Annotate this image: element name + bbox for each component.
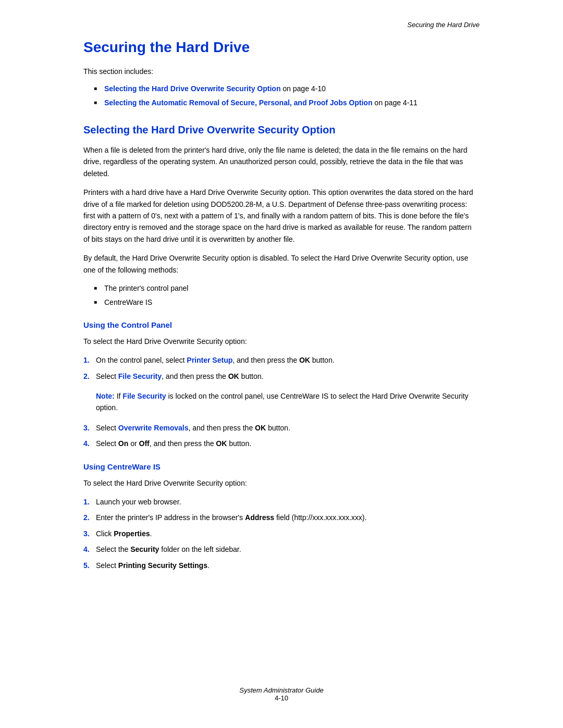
section1-para2: Printers with a hard drive have a Hard D…	[83, 187, 480, 245]
list-item: 5. Select Printing Security Settings.	[83, 560, 480, 571]
step-num-1: 1.	[83, 354, 90, 366]
cw-step4-after: folder on the left sidebar.	[159, 545, 241, 553]
cw-step2-before: Enter the printer's IP address in the br…	[96, 513, 245, 522]
link-overwrite-removals[interactable]: Overwrite Removals	[118, 424, 189, 432]
step4-text-before: Select	[96, 439, 118, 448]
section1-para1: When a file is deleted from the printer'…	[83, 144, 480, 179]
cw-step-num-1: 1.	[83, 496, 90, 508]
page-title: Securing the Hard Drive	[83, 39, 480, 56]
cw-step-num-5: 5.	[83, 560, 90, 571]
list-item: 4. Select the Security folder on the lef…	[83, 544, 480, 555]
intro-links-list: Selecting the Hard Drive Overwrite Secur…	[94, 83, 480, 108]
step-num-3: 3.	[83, 422, 90, 434]
step3-text-before: Select	[96, 424, 118, 432]
link-overwrite-security[interactable]: Selecting the Hard Drive Overwrite Secur…	[104, 84, 280, 93]
step1-text-after: , and then press the	[232, 356, 299, 364]
cw-step-num-4: 4.	[83, 544, 90, 555]
step4-bold-ok: OK	[216, 439, 227, 448]
cw-step3-before: Click	[96, 529, 114, 538]
list-item: 3. Select Overwrite Removals, and then p…	[83, 422, 480, 434]
step2-text-end: button.	[239, 372, 264, 380]
step4-bold1: On	[118, 439, 128, 448]
subsection2-intro: To select the Hard Drive Overwrite Secur…	[83, 477, 480, 489]
cw-step5-before: Select	[96, 561, 118, 570]
link-suffix-1: on page 4-10	[280, 84, 325, 93]
list-item: CentreWare IS	[94, 297, 480, 308]
step2-text-after: , and then press the	[162, 372, 228, 380]
footer-page: 4-10	[0, 694, 563, 702]
step3-bold: OK	[255, 424, 266, 432]
header-title: Securing the Hard Drive	[407, 21, 480, 29]
step4-text-mid: or	[128, 439, 139, 448]
step-num-2: 2.	[83, 371, 90, 382]
list-item: 2. Select File Security, and then press …	[83, 371, 480, 382]
link-printer-setup[interactable]: Printer Setup	[187, 356, 232, 364]
cw-step4-bold: Security	[130, 545, 159, 553]
step3-text-end: button.	[266, 424, 290, 432]
link-file-security-2[interactable]: File Security	[123, 392, 166, 400]
header-area: Securing the Hard Drive	[83, 21, 480, 29]
note-block: Note: If File Security is locked on the …	[96, 390, 480, 414]
methods-list: The printer's control panel CentreWare I…	[94, 283, 480, 308]
cw-step5-after: .	[207, 561, 210, 570]
step3-text-after: , and then press the	[188, 424, 255, 432]
cw-step2-after: field (http://xxx.xxx.xxx.xxx).	[274, 513, 366, 522]
cw-step5-bold: Printing Security Settings	[118, 561, 207, 570]
step4-text-end: button.	[227, 439, 251, 448]
cw-step3-bold: Properties	[114, 529, 150, 538]
list-item: Selecting the Hard Drive Overwrite Secur…	[94, 83, 480, 94]
list-item: 3. Click Properties.	[83, 528, 480, 539]
step4-bold2: Off	[139, 439, 150, 448]
control-panel-steps: 1. On the control panel, select Printer …	[83, 354, 480, 382]
section1-heading: Selecting the Hard Drive Overwrite Secur…	[83, 124, 480, 136]
link-automatic-removal[interactable]: Selecting the Automatic Removal of Secur…	[104, 98, 372, 107]
method-2: CentreWare IS	[104, 298, 152, 306]
cw-step-num-2: 2.	[83, 512, 90, 523]
footer-label: System Administrator Guide	[0, 686, 563, 694]
list-item: 4. Select On or Off, and then press the …	[83, 438, 480, 449]
step1-text-end: button.	[310, 356, 335, 364]
step1-bold: OK	[299, 356, 310, 364]
list-item: Selecting the Automatic Removal of Secur…	[94, 97, 480, 108]
list-item: 1. On the control panel, select Printer …	[83, 354, 480, 366]
step1-text-before: On the control panel, select	[96, 356, 187, 364]
cw-step3-after: .	[150, 529, 152, 538]
list-item: The printer's control panel	[94, 283, 480, 294]
section-intro: This section includes:	[83, 66, 480, 77]
cw-step4-before: Select the	[96, 545, 130, 553]
step2-text-before: Select	[96, 372, 118, 380]
note-text-before: If	[115, 392, 123, 400]
subsection2-heading: Using CentreWare IS	[83, 462, 480, 471]
page-container: Securing the Hard Drive Securing the Har…	[0, 0, 563, 728]
link-suffix-2: on page 4-11	[372, 98, 417, 107]
cw-step-num-3: 3.	[83, 528, 90, 539]
method-1: The printer's control panel	[104, 284, 188, 292]
list-item: 1. Launch your web browser.	[83, 496, 480, 508]
step-num-4: 4.	[83, 438, 90, 449]
control-panel-steps-2: 3. Select Overwrite Removals, and then p…	[83, 422, 480, 450]
footer-area: System Administrator Guide 4-10	[0, 686, 563, 702]
subsection1-intro: To select the Hard Drive Overwrite Secur…	[83, 336, 480, 347]
step4-text-after: , and then press the	[150, 439, 216, 448]
list-item: 2. Enter the printer's IP address in the…	[83, 512, 480, 523]
centreware-steps: 1. Launch your web browser. 2. Enter the…	[83, 496, 480, 571]
cw-step2-bold: Address	[245, 513, 274, 522]
step2-bold: OK	[228, 372, 239, 380]
cw-step1-text: Launch your web browser.	[96, 498, 181, 506]
section1-para3: By default, the Hard Drive Overwrite Sec…	[83, 252, 480, 276]
subsection1-heading: Using the Control Panel	[83, 320, 480, 329]
note-label: Note:	[96, 392, 115, 400]
link-file-security-1[interactable]: File Security	[118, 372, 162, 380]
